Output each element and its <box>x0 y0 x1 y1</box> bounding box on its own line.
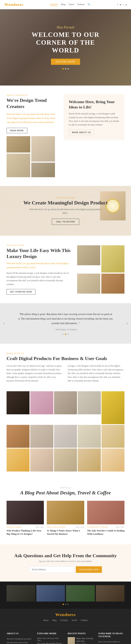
grid-image-2 <box>30 391 53 414</box>
testimonial-dot-2[interactable] <box>65 334 66 335</box>
hero-dot-1[interactable] <box>62 68 64 70</box>
testimonial-author: - John Expert, IT Solution <box>11 328 120 331</box>
solution-image-4 <box>101 274 124 294</box>
nav-link-fashion[interactable]: Fashion <box>77 3 84 6</box>
footer-nav-fashion[interactable]: Fashion <box>81 619 88 622</box>
footer-explore-link-1[interactable]: Make Your Life Easy With This... <box>37 637 63 642</box>
grid-item-11 <box>7 448 30 471</box>
testimonial-dot-3[interactable] <box>67 334 69 335</box>
grid-item-10 <box>101 425 124 448</box>
grid-item-8 <box>54 425 77 448</box>
promo-dot-2[interactable] <box>65 604 66 605</box>
grid-item-4 <box>78 391 101 424</box>
footer-nav-travel[interactable]: Travel <box>71 619 77 622</box>
article-card-1: TRAVEL TRENDS May 5, 2022 Why Product Th… <box>7 501 44 536</box>
more-about-us-button[interactable]: MORE ABOUT US <box>69 130 94 135</box>
grid-image-4 <box>78 391 101 414</box>
about-left: ABOUT #ONDNESS We're Design Trend Creato… <box>7 94 57 177</box>
article-date-2: May 5, 2022 <box>76 526 84 528</box>
recent-post-info-1: Make Your Life Easy With This... May 5, … <box>76 637 94 644</box>
article-title: A Blog Post About Design, Travel & Coffe… <box>7 490 124 496</box>
community-text: Sign up with your email address to recei… <box>7 560 124 563</box>
grid-item-3 <box>54 391 77 424</box>
navigation: Wondness Lifestyle Blog Travel Fashion 🔍… <box>0 0 131 9</box>
grid-image-7 <box>30 425 53 448</box>
footer-subscribe-title: SUBSCRIBE TO BLOG VIA EMAIL <box>98 632 124 638</box>
footer-main: ABOUT US Welcome Wanderlust go ahead and… <box>0 626 131 644</box>
explore-more-button[interactable]: EXPLORE MORE <box>51 59 80 65</box>
about-right-title: Welcome Here, Bring Your Ideas to Life! <box>69 99 119 110</box>
article-label: ARTICLE <box>7 487 124 489</box>
promo-image-2 <box>36 585 65 602</box>
promo-grid <box>7 585 124 602</box>
footer-logo-bar: Wondness Home Blog Lifestyle Travel Fash… <box>0 608 131 626</box>
grid-image-8 <box>54 425 77 448</box>
nav-link-blog[interactable]: Blog <box>61 3 65 6</box>
grid-image-1 <box>7 391 30 414</box>
testimonial-dot-1[interactable] <box>62 334 64 335</box>
grid-item-7 <box>30 425 53 448</box>
article-image-3 <box>87 501 124 524</box>
instagram-icon[interactable]: ● <box>120 3 121 6</box>
logo[interactable]: Wondness <box>4 2 23 7</box>
grid-image-11 <box>7 448 30 471</box>
community-title: Ask Questions and Get Help From the Comm… <box>7 553 124 558</box>
promo-dot-3[interactable] <box>67 604 69 605</box>
about-highlight: Welcome back! Let's go ahead and talk ab… <box>7 112 57 124</box>
about-image-3 <box>31 136 55 162</box>
nav-link-travel[interactable]: Travel <box>69 3 74 6</box>
footer-nav-blog[interactable]: Blog <box>52 619 56 622</box>
search-icon[interactable]: 🔍 <box>87 3 90 6</box>
pinterest-icon[interactable]: p <box>125 3 127 6</box>
footer-explore-link-2[interactable]: We Create Meaningful Design... <box>37 642 63 644</box>
about-section-label: ABOUT #ONDNESS <box>7 94 57 96</box>
promo-strip <box>0 582 131 608</box>
footer-logo[interactable]: Wondness <box>7 612 124 617</box>
community-form: SUBSCRIBE NOW <box>29 566 102 573</box>
solution-label: OUR SOLUTION <box>7 244 71 246</box>
recent-post-date-1: May 5, 2022 <box>76 643 94 644</box>
promo-dot-1[interactable] <box>63 604 64 605</box>
about-image-2 <box>7 154 30 177</box>
footer-about-col: ABOUT US Welcome Wanderlust go ahead and… <box>7 632 33 644</box>
recent-post-title-1: Make Your Life Easy With This... <box>76 637 94 643</box>
community-email-input[interactable] <box>29 566 74 573</box>
article-date-1: May 5, 2022 <box>36 526 44 528</box>
grid-image-3 <box>54 391 77 414</box>
solution-image-2 <box>101 245 124 272</box>
testimonial-prev-button[interactable]: ‹ <box>3 321 5 326</box>
footer-explore-col: EXPLORE MORE Make Your Life Easy With Th… <box>37 632 63 644</box>
get-started-button[interactable]: GET STARTED NOW <box>7 289 36 294</box>
more-content: Let me put it this way, for almost every… <box>7 364 124 382</box>
read-more-button[interactable]: READ MORE <box>7 128 27 133</box>
footer-about-title: ABOUT US <box>7 632 33 635</box>
call-to-action-button[interactable]: CALL TO ACTION <box>52 218 79 225</box>
twitter-icon[interactable]: t <box>123 3 124 6</box>
more-section: MORE WITH US Craft Digital Products For … <box>0 344 131 392</box>
footer-logo-symbol: W <box>55 612 60 617</box>
about-image-1 <box>7 136 30 152</box>
recent-post-1: Make Your Life Easy With This... May 5, … <box>68 637 94 644</box>
discover-label: DISCOVER MORE <box>7 197 124 199</box>
nav-link-lifestyle[interactable]: Lifestyle <box>50 3 58 6</box>
discover-title: We Create Meaningful Design Product <box>7 200 124 206</box>
hero-dot-3[interactable] <box>67 68 69 70</box>
hero-dot-2[interactable] <box>65 68 66 70</box>
grid-image-9 <box>78 425 101 448</box>
footer-nav: Home Blog Lifestyle Travel Fashion <box>7 619 124 622</box>
grid-item-13 <box>54 448 77 471</box>
testimonial-quote: "The advice thing is great. But please d… <box>18 312 113 326</box>
footer-nav-lifestyle[interactable]: Lifestyle <box>60 619 68 622</box>
grid-image-15 <box>101 448 124 471</box>
footer-about-text: Welcome Wanderlust go ahead and talk abo… <box>7 637 33 644</box>
grid-item-1 <box>7 391 30 424</box>
testimonial-next-button[interactable]: › <box>126 321 128 326</box>
testimonial-dots <box>11 334 120 335</box>
logo-text: ondness <box>8 2 23 7</box>
grid-image-6 <box>7 425 30 448</box>
grid-item-6 <box>7 425 30 448</box>
facebook-icon[interactable]: f <box>117 3 118 6</box>
footer-nav-home[interactable]: Home <box>43 619 49 622</box>
community-subscribe-button[interactable]: SUBSCRIBE NOW <box>76 566 102 573</box>
promo-dots <box>7 604 124 605</box>
